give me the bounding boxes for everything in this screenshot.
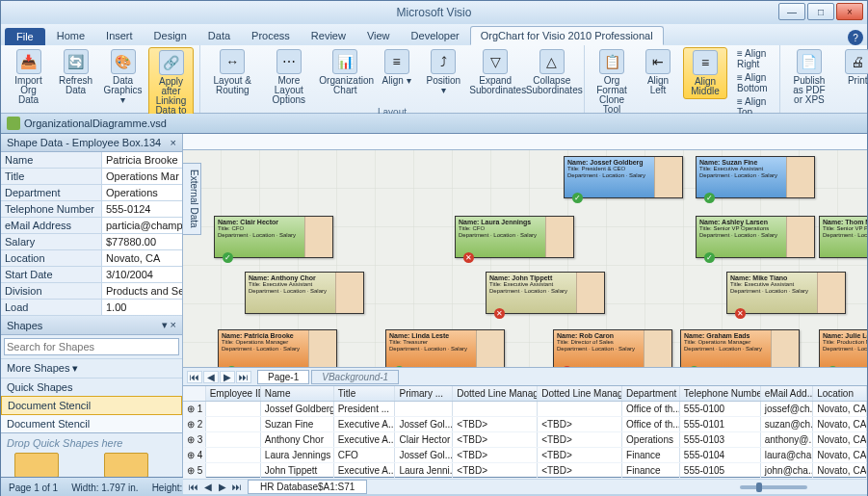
pane-menu-icon[interactable]: ▾ ×: [162, 319, 176, 331]
ribbon-button[interactable]: ⇤Align Left: [637, 47, 679, 97]
employee-box[interactable]: Name: Patricia BrookeTitle: Operations M…: [218, 329, 337, 367]
ribbon-tab[interactable]: Home: [46, 26, 95, 45]
property-row[interactable]: DepartmentOperations: [1, 185, 182, 201]
ribbon-button[interactable]: 🎨Data Graphics ▾: [101, 47, 145, 107]
page-last-icon[interactable]: ⏭: [236, 371, 251, 383]
sheet-last-icon[interactable]: ⏭: [230, 482, 244, 492]
grid-header[interactable]: Dotted Line Manager 1: [453, 386, 538, 401]
property-value[interactable]: Patricia Brooke: [102, 152, 182, 168]
grid-header[interactable]: Name: [261, 386, 334, 401]
property-value[interactable]: 555-0124: [102, 201, 182, 217]
minimize-button[interactable]: —: [778, 3, 805, 20]
grid-row[interactable]: ⊕ 3Anthony ChorExecutive A...Clair Hecto…: [183, 432, 867, 448]
employee-box[interactable]: Name: Jossef GoldbergTitle: President & …: [564, 156, 683, 198]
shapes-group[interactable]: Document Stencil: [1, 396, 182, 415]
employee-box[interactable]: Name: Mike TianoTitle: Executive Assista…: [726, 272, 846, 314]
grid-row[interactable]: ⊕ 5John TippettExecutive A...Laura Jenni…: [183, 463, 867, 479]
ribbon-tab[interactable]: Data: [197, 26, 241, 45]
ribbon-button[interactable]: ≡Align ▾: [376, 47, 418, 88]
close-button[interactable]: ×: [836, 3, 863, 20]
drawing-canvas[interactable]: Name: Jossef GoldbergTitle: President & …: [183, 150, 867, 367]
ribbon-button[interactable]: 📥Import Org Data: [7, 47, 50, 107]
ribbon-button[interactable]: ▽Expand Subordinates: [469, 47, 522, 97]
employee-box[interactable]: Name: Thom McCannTitle: Senior VP Produc…: [819, 216, 867, 258]
property-value[interactable]: particia@champ: [102, 218, 182, 233]
grid-header[interactable]: Department: [622, 386, 680, 401]
property-row[interactable]: Telephone Number555-0124: [1, 201, 182, 218]
external-data-tab[interactable]: External Data: [182, 163, 201, 235]
shapes-group[interactable]: More Shapes ▾: [1, 358, 182, 378]
ribbon-tab[interactable]: View: [356, 26, 401, 45]
search-shapes-input[interactable]: [4, 338, 179, 355]
employee-box[interactable]: Name: Clair HectorTitle: CFODepartment ·…: [214, 216, 333, 258]
property-row[interactable]: NamePatricia Brooke: [1, 152, 182, 169]
grid-header[interactable]: Employee ID: [206, 386, 261, 401]
ribbon-button[interactable]: ⤴Position ▾: [422, 47, 465, 97]
employee-box[interactable]: Name: Suzan FineTitle: Executive Assista…: [696, 156, 815, 198]
ribbon-tab[interactable]: OrgChart for Visio 2010 Professional: [470, 26, 664, 45]
grid-header[interactable]: Dotted Line Manager 2: [538, 386, 622, 401]
employee-box[interactable]: Name: Rob CaronTitle: Director of SalesD…: [553, 329, 672, 367]
ribbon-button[interactable]: 📋Org Format Clone Tool: [591, 47, 633, 117]
property-value[interactable]: Operations: [102, 185, 182, 200]
property-row[interactable]: TitleOperations Mar: [1, 169, 182, 185]
ribbon-tab[interactable]: Developer: [401, 26, 470, 45]
ribbon-button[interactable]: ⋯More Layout Options: [263, 47, 316, 107]
property-value[interactable]: Novato, CA: [102, 250, 182, 266]
zoom-slider[interactable]: [740, 485, 807, 489]
grid-header[interactable]: eMail Add...: [761, 386, 813, 401]
ribbon-button[interactable]: 🖨Print: [836, 47, 868, 88]
property-value[interactable]: 3/10/2004: [102, 267, 182, 282]
ribbon-button[interactable]: ↔Layout & Routing: [206, 47, 259, 97]
align-option[interactable]: ≡ Align Right: [731, 47, 774, 70]
ribbon-button[interactable]: 📊Organization Chart: [319, 47, 372, 97]
property-value[interactable]: Operations Mar: [102, 169, 182, 184]
grid-header[interactable]: Title: [334, 386, 396, 401]
ribbon-tab[interactable]: Design: [144, 26, 197, 45]
ribbon-tab[interactable]: Review: [301, 26, 356, 45]
sheet-prev-icon[interactable]: ◀: [201, 482, 215, 492]
grid-row[interactable]: ⊕ 4Laura JenningsCFOJossef Gol...<TBD><T…: [183, 448, 867, 463]
employee-box[interactable]: Name: John TippettTitle: Executive Assis…: [486, 272, 605, 314]
employee-box[interactable]: Name: Julie LenehanTitle: Production Man…: [819, 329, 867, 367]
ribbon-button[interactable]: 📄Publish as PDF or XPS: [786, 47, 832, 107]
align-option[interactable]: ≡ Align Bottom: [731, 71, 774, 94]
employee-box[interactable]: Name: Linda LesteTitle: TreasurerDepartm…: [385, 329, 505, 367]
page-first-icon[interactable]: ⏮: [187, 371, 202, 383]
ribbon-button[interactable]: 🔄Refresh Data: [54, 47, 97, 97]
employee-box[interactable]: Name: Ashley LarsenTitle: Senior VP Oper…: [696, 216, 815, 258]
file-tab[interactable]: File: [5, 28, 45, 45]
grid-header[interactable]: Telephone Number: [680, 386, 761, 401]
employee-box[interactable]: Name: Anthony ChorTitle: Executive Assis…: [245, 272, 364, 314]
ribbon-tab[interactable]: Process: [241, 26, 301, 45]
grid-header[interactable]: [183, 386, 206, 401]
grid-header[interactable]: Location: [813, 386, 867, 401]
sheet-next-icon[interactable]: ▶: [216, 482, 229, 492]
grid-header[interactable]: Primary ...: [395, 386, 453, 401]
property-value[interactable]: $77880.00: [102, 234, 182, 249]
ribbon-button[interactable]: ≡Align Middle: [683, 47, 727, 99]
grid-row[interactable]: ⊕ 1Jossef GoldbergPresident ...Office of…: [183, 402, 867, 417]
property-row[interactable]: DivisionProducts and Se: [1, 283, 182, 300]
property-row[interactable]: Load1.00: [1, 300, 182, 316]
page-next-icon[interactable]: ▶: [220, 371, 235, 383]
grid-row[interactable]: ⊕ 2Suzan FineExecutive A...Jossef Gol...…: [183, 417, 867, 432]
pane-close-icon[interactable]: ×: [171, 137, 176, 148]
maximize-button[interactable]: □: [807, 3, 834, 20]
property-row[interactable]: Salary$77880.00: [1, 234, 182, 250]
shapes-group[interactable]: Quick Shapes: [1, 378, 182, 396]
help-icon[interactable]: ?: [848, 30, 863, 45]
employee-box[interactable]: Name: Graham EadsTitle: Operations Manag…: [680, 329, 800, 367]
property-row[interactable]: Start Date3/10/2004: [1, 267, 182, 283]
sheet-tab[interactable]: HR Database$A1:S71: [248, 480, 367, 494]
page-tab[interactable]: Page-1: [257, 370, 309, 384]
sheet-first-icon[interactable]: ⏮: [187, 482, 200, 492]
ribbon-button[interactable]: △Collapse Subordinates: [526, 47, 579, 97]
page-prev-icon[interactable]: ◀: [203, 371, 219, 383]
property-value[interactable]: Products and Se: [102, 283, 182, 299]
property-value[interactable]: 1.00: [102, 300, 182, 315]
property-row[interactable]: LocationNovato, CA: [1, 250, 182, 267]
background-tab[interactable]: VBackground-1: [311, 370, 399, 384]
employee-box[interactable]: Name: Laura JenningsTitle: CFODepartment…: [455, 216, 574, 258]
property-row[interactable]: eMail Addressparticia@champ: [1, 218, 182, 234]
